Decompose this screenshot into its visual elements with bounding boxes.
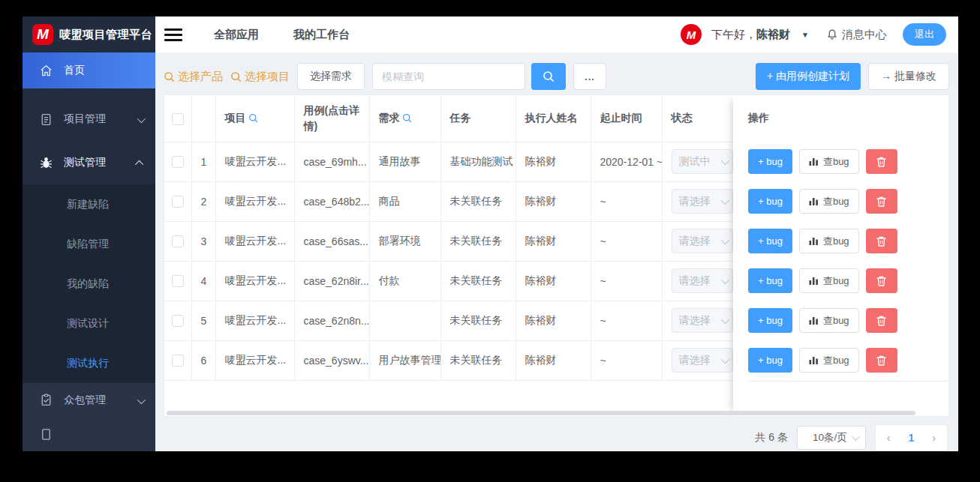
status-select[interactable]: 请选择 bbox=[672, 229, 733, 253]
add-bug-button[interactable]: + bug bbox=[748, 189, 792, 214]
sidebar-item-defect-mgmt[interactable]: 缺陷管理 bbox=[23, 224, 155, 264]
sidebar-item-label: 测试管理 bbox=[64, 156, 106, 169]
batch-edit-button[interactable]: → 批量修改 bbox=[868, 63, 949, 90]
select-product-link[interactable]: 选择产品 bbox=[164, 70, 223, 84]
select-project-label: 选择项目 bbox=[245, 70, 290, 84]
delete-button[interactable] bbox=[866, 149, 897, 174]
pager: ‹ 1 › bbox=[875, 424, 948, 451]
toolbar-right: + 由用例创建计划 → 批量修改 bbox=[756, 63, 949, 90]
sidebar-item-my-defects[interactable]: 我的缺陷 bbox=[23, 264, 155, 304]
cell-project: 唛盟云开发... bbox=[215, 261, 294, 301]
sidebar-item-partial[interactable] bbox=[23, 418, 155, 452]
message-center[interactable]: 消息中心 bbox=[826, 28, 887, 42]
status-select[interactable]: 请选择 bbox=[672, 308, 733, 333]
col-executor: 执行人姓名 bbox=[516, 95, 591, 142]
add-bug-button[interactable]: + bug bbox=[748, 149, 792, 174]
delete-button[interactable] bbox=[866, 308, 897, 333]
row-checkbox[interactable] bbox=[172, 355, 184, 367]
delete-button[interactable] bbox=[866, 229, 897, 253]
bar-chart-icon bbox=[809, 196, 819, 206]
sidebar-item-new-defect[interactable]: 新建缺陷 bbox=[23, 184, 155, 224]
fuzzy-search-input[interactable] bbox=[372, 63, 525, 90]
page-size-select[interactable]: 10条/页 bbox=[797, 426, 866, 450]
search-button[interactable] bbox=[531, 63, 566, 90]
chevron-down-icon bbox=[137, 394, 143, 406]
status-value: 请选择 bbox=[679, 354, 721, 367]
sidebar-item-test-execution[interactable]: 测试执行 bbox=[23, 343, 155, 383]
view-bug-button[interactable]: 查bug bbox=[799, 348, 859, 373]
sidebar-item-test-mgmt[interactable]: 测试管理 bbox=[23, 141, 155, 184]
cell-requirement: 用户故事管理 bbox=[369, 340, 440, 380]
top-bar-main: 全部应用 我的工作台 M 下午好，陈裕财 ▼ 消息中心 退出 bbox=[155, 16, 958, 52]
cell-case[interactable]: case_6yswv... bbox=[294, 340, 369, 380]
row-checkbox[interactable] bbox=[172, 315, 184, 327]
row-checkbox[interactable] bbox=[172, 156, 184, 168]
greeting-text[interactable]: 下午好，陈裕财 bbox=[711, 28, 790, 42]
operations-row: + bug 查bug bbox=[748, 340, 948, 380]
top-bar: M 唛盟项目管理平台 全部应用 我的工作台 M 下午好，陈裕财 ▼ 消息中心 退… bbox=[23, 16, 958, 52]
next-page-button[interactable]: › bbox=[932, 432, 936, 444]
add-bug-button[interactable]: + bug bbox=[748, 348, 792, 373]
chevron-down-icon bbox=[720, 196, 729, 204]
status-select[interactable]: 请选择 bbox=[672, 348, 733, 373]
sidebar-item-test-design[interactable]: 测试设计 bbox=[23, 304, 155, 343]
status-select[interactable]: 请选择 bbox=[672, 268, 733, 293]
status-value: 测试中 bbox=[679, 155, 721, 169]
select-project-link[interactable]: 选择项目 bbox=[230, 70, 290, 84]
nav-all-apps[interactable]: 全部应用 bbox=[214, 28, 259, 42]
sidebar-item-project-mgmt[interactable]: 项目管理 bbox=[23, 97, 155, 141]
cell-case[interactable]: case_66sas... bbox=[294, 221, 369, 261]
add-bug-button[interactable]: + bug bbox=[748, 229, 792, 253]
cell-case[interactable]: case_69mh... bbox=[294, 142, 369, 181]
delete-button[interactable] bbox=[866, 268, 897, 293]
view-bug-button[interactable]: 查bug bbox=[799, 229, 859, 253]
cell-case[interactable]: case_648b2... bbox=[294, 181, 369, 221]
delete-button[interactable] bbox=[866, 348, 897, 373]
bell-icon bbox=[826, 28, 838, 41]
cell-task: 未关联任务 bbox=[440, 221, 516, 261]
create-plan-button[interactable]: + 由用例创建计划 bbox=[756, 63, 861, 90]
current-page[interactable]: 1 bbox=[909, 432, 915, 444]
cell-index: 5 bbox=[191, 301, 215, 340]
view-bug-label: 查bug bbox=[823, 195, 849, 208]
search-icon[interactable] bbox=[248, 113, 258, 123]
view-bug-button[interactable]: 查bug bbox=[799, 149, 859, 174]
select-product-label: 选择产品 bbox=[178, 70, 223, 84]
cell-executor: 陈裕财 bbox=[516, 181, 591, 221]
row-checkbox[interactable] bbox=[172, 196, 184, 208]
search-icon[interactable] bbox=[402, 113, 412, 123]
status-select[interactable]: 请选择 bbox=[672, 189, 733, 214]
delete-button[interactable] bbox=[866, 189, 897, 214]
row-checkbox[interactable] bbox=[172, 275, 184, 287]
cell-case[interactable]: case_62n8n... bbox=[294, 301, 369, 340]
col-requirement-label: 需求 bbox=[379, 110, 400, 126]
status-select[interactable]: 测试中 bbox=[672, 149, 733, 174]
cell-task: 未关联任务 bbox=[440, 340, 516, 380]
avatar[interactable]: M bbox=[681, 24, 702, 45]
operations-row: + bug 查bug bbox=[748, 261, 948, 301]
cell-case[interactable]: case_62n8ir... bbox=[294, 261, 369, 301]
add-bug-button[interactable]: + bug bbox=[748, 268, 792, 293]
operations-row: + bug 查bug bbox=[748, 142, 948, 181]
sidebar-item-crowd-mgmt[interactable]: 众包管理 bbox=[23, 383, 155, 418]
horizontal-scrollbar[interactable] bbox=[167, 411, 915, 415]
sidebar-item-home[interactable]: 首页 bbox=[23, 52, 155, 88]
view-bug-button[interactable]: 查bug bbox=[799, 308, 859, 333]
cell-index: 1 bbox=[191, 142, 215, 181]
select-requirement-button[interactable]: 选择需求 bbox=[297, 63, 365, 90]
row-checkbox[interactable] bbox=[172, 235, 184, 247]
chevron-down-icon[interactable]: ▼ bbox=[801, 31, 809, 39]
add-bug-button[interactable]: + bug bbox=[748, 308, 792, 333]
operations-header: 操作 bbox=[748, 95, 948, 142]
select-all-checkbox[interactable] bbox=[172, 113, 184, 125]
cell-time: ~ bbox=[591, 301, 662, 340]
search-icon bbox=[164, 71, 175, 82]
prev-page-button[interactable]: ‹ bbox=[887, 432, 891, 444]
view-bug-button[interactable]: 查bug bbox=[799, 268, 859, 293]
nav-my-workbench[interactable]: 我的工作台 bbox=[293, 28, 350, 42]
logout-button[interactable]: 退出 bbox=[903, 23, 946, 46]
view-bug-button[interactable]: 查bug bbox=[799, 189, 859, 214]
more-actions-button[interactable]: ... bbox=[573, 63, 606, 90]
hamburger-menu-icon[interactable] bbox=[164, 28, 182, 41]
chevron-down-icon bbox=[720, 275, 729, 283]
